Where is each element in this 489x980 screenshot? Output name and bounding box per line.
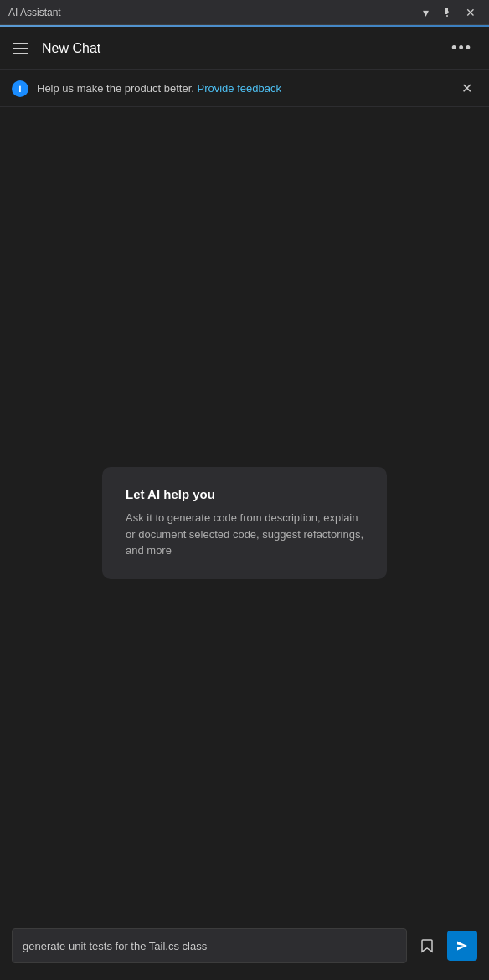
send-icon (456, 939, 469, 952)
feedback-link[interactable]: Provide feedback (198, 82, 281, 95)
help-card-description: Ask it to generate code from description… (126, 510, 363, 559)
info-icon: i (12, 80, 28, 97)
chat-header: New Chat ••• (0, 27, 489, 70)
info-text: Help us make the product better. Provide… (37, 82, 448, 95)
close-window-button[interactable]: ✕ (461, 5, 481, 20)
info-banner: i Help us make the product better. Provi… (0, 70, 489, 107)
bookmark-button[interactable] (414, 932, 440, 959)
menu-button[interactable] (10, 39, 32, 58)
banner-close-button[interactable]: ✕ (456, 79, 477, 98)
send-button[interactable] (447, 931, 477, 961)
input-area (0, 916, 489, 980)
info-message: Help us make the product better. (37, 82, 198, 95)
more-options-button[interactable]: ••• (445, 36, 479, 60)
help-card-title: Let AI help you (126, 487, 363, 501)
help-card: Let AI help you Ask it to generate code … (102, 467, 387, 579)
title-bar-title: AI Assistant (8, 7, 61, 18)
chat-input[interactable] (12, 928, 407, 963)
header-left: New Chat (10, 39, 100, 58)
title-bar-left: AI Assistant (8, 7, 61, 18)
chat-title: New Chat (42, 41, 100, 56)
hamburger-line-1 (13, 43, 28, 44)
title-bar: AI Assistant ▾ ✕ (0, 0, 489, 25)
pin-button[interactable] (437, 6, 457, 19)
dropdown-button[interactable]: ▾ (418, 5, 434, 20)
main-content: Let AI help you Ask it to generate code … (0, 107, 489, 912)
hamburger-line-3 (13, 53, 28, 54)
bookmark-icon (419, 937, 435, 954)
hamburger-line-2 (13, 48, 28, 49)
title-bar-controls: ▾ ✕ (418, 5, 481, 20)
